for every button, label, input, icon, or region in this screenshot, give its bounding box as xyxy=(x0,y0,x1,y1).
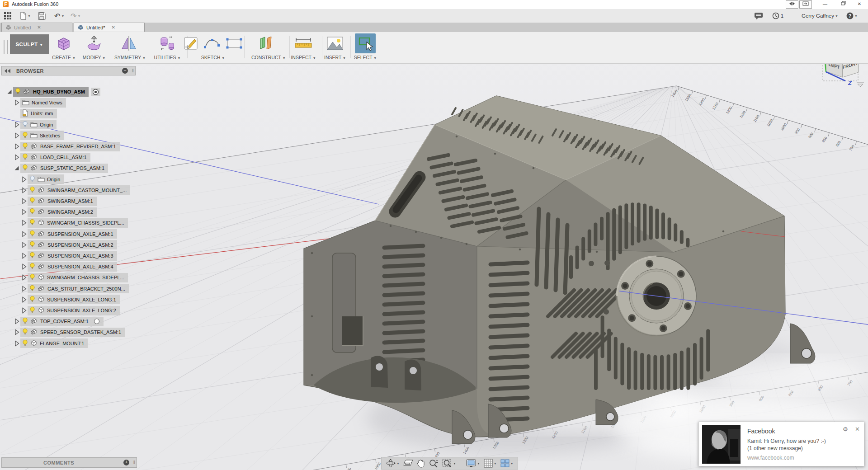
create-icon[interactable] xyxy=(55,34,73,52)
sketch-rect-icon[interactable] xyxy=(225,37,243,50)
browser-row[interactable]: SWINGARM_ASM:1 xyxy=(20,196,97,206)
remove-panel-icon[interactable]: − xyxy=(122,68,128,74)
zoom-icon[interactable] xyxy=(427,458,440,468)
comment-icon[interactable] xyxy=(754,11,763,21)
browser-row[interactable]: BASE_FRAME_REVISED_ASM:1 xyxy=(13,141,120,151)
visibility-bulb-off-icon[interactable] xyxy=(22,121,28,129)
browser-row[interactable]: SUSPENSION_AXLE_ASM:2 xyxy=(20,240,117,250)
browser-row[interactable]: Sketches xyxy=(13,131,64,141)
add-comment-icon[interactable]: + xyxy=(123,460,129,465)
collapse-panel-icon[interactable] xyxy=(5,69,12,73)
ribbon-group-label[interactable]: SELECT ▼ xyxy=(351,55,380,60)
display-settings-icon[interactable]: ▼ xyxy=(465,459,481,468)
browser-row[interactable]: SPEED_SENSOR_DASTEK_ASM:1 xyxy=(13,327,125,337)
grid-settings-icon[interactable]: ▼ xyxy=(482,458,498,468)
comments-panel[interactable]: COMMENTS + ‖ xyxy=(1,457,137,468)
gear-icon[interactable]: ⚙ xyxy=(843,426,848,432)
visibility-bulb-on-icon[interactable] xyxy=(22,339,28,348)
browser-item-label[interactable]: SUSP_STATIC_POS_ASM:1 xyxy=(40,165,104,171)
browser-row[interactable]: SUSPENSION_AXLE_ASM:4 xyxy=(20,262,117,272)
viewports-icon[interactable]: ▼ xyxy=(499,459,515,468)
ribbon-group-label[interactable]: MODIFY ▼ xyxy=(80,55,108,60)
sketch-spline-icon[interactable] xyxy=(203,37,222,50)
browser-row[interactable]: Origin xyxy=(20,174,64,184)
browser-row[interactable]: Units: mm xyxy=(13,108,57,118)
clock-icon[interactable]: 1 xyxy=(772,11,783,21)
modify-icon[interactable] xyxy=(85,34,103,52)
ribbon-group-label[interactable]: CREATE ▼ xyxy=(49,55,78,60)
document-tab[interactable]: Untitled*✕ xyxy=(74,23,145,32)
inspect-icon[interactable] xyxy=(293,34,313,52)
undo-icon[interactable]: ↶▼ xyxy=(54,11,64,21)
browser-item-label[interactable]: SWINGARM_CHASSIS_SIDEPL... xyxy=(47,220,124,226)
browser-item-label[interactable]: SWINGARM_ASM:1 xyxy=(47,198,93,204)
browser-item-label[interactable]: SUSPENSION_AXLE_LONG:1 xyxy=(47,297,116,302)
utilities-icon[interactable] xyxy=(158,34,176,52)
visibility-bulb-on-icon[interactable] xyxy=(29,306,35,315)
visibility-bulb-on-icon[interactable] xyxy=(15,88,21,96)
browser-item-label[interactable]: Named Views xyxy=(32,100,62,105)
visibility-bulb-on-icon[interactable] xyxy=(29,219,35,227)
ribbon-group-label[interactable]: INSPECT ▼ xyxy=(289,55,318,60)
activate-radio-icon[interactable] xyxy=(94,318,100,324)
insert-icon[interactable] xyxy=(326,36,344,51)
send-to-tray-button[interactable] xyxy=(799,0,812,9)
browser-row[interactable]: TOP_COVER_ASM:1 xyxy=(13,316,104,326)
browser-item-label[interactable]: SUSPENSION_AXLE_ASM:2 xyxy=(47,242,113,248)
browser-item-label[interactable]: SPEED_SENSOR_DASTEK_ASM:1 xyxy=(40,329,121,335)
browser-row[interactable]: SWINGARM_CHASSIS_SIDEPL... xyxy=(20,273,128,282)
help-icon[interactable]: ? ▼ xyxy=(846,11,858,21)
visibility-bulb-on-icon[interactable] xyxy=(29,186,35,194)
browser-item-label[interactable]: SUSPENSION_AXLE_ASM:1 xyxy=(47,231,113,237)
app-grid-icon[interactable] xyxy=(4,11,12,21)
orbit-icon[interactable]: ▼ xyxy=(384,458,401,468)
browser-row[interactable]: Named Views xyxy=(13,98,66,108)
visibility-bulb-on-icon[interactable] xyxy=(29,285,35,293)
browser-item-label[interactable]: FLANGE_MOUNT:1 xyxy=(40,341,84,346)
workspace-selector[interactable]: SCULPT ▼ xyxy=(10,34,49,54)
browser-item-label[interactable]: SWINGARM_CASTOR_MOUNT_... xyxy=(47,188,127,193)
visibility-bulb-on-icon[interactable] xyxy=(29,208,35,216)
activate-radio-icon[interactable] xyxy=(91,88,100,96)
browser-item-label[interactable]: LOAD_CELL_ASM:1 xyxy=(40,155,87,160)
browser-item-label[interactable]: Origin xyxy=(47,177,60,182)
sketch-create-icon[interactable] xyxy=(183,35,200,52)
visibility-bulb-on-icon[interactable] xyxy=(22,328,28,336)
browser-row[interactable]: SWINGARM_CHASSIS_SIDEPL... xyxy=(20,218,128,228)
browser-header[interactable]: BROWSER − ‖ xyxy=(1,66,136,75)
browser-item-label[interactable]: TOP_COVER_ASM:1 xyxy=(40,319,89,324)
close-icon[interactable]: ✕ xyxy=(112,25,115,30)
visibility-bulb-on-icon[interactable] xyxy=(29,230,35,238)
browser-row[interactable]: HQ_HUB_DYNO_ASM xyxy=(6,87,100,97)
browser-item-label[interactable]: SUSPENSION_AXLE_ASM:4 xyxy=(47,264,113,269)
visibility-bulb-on-icon[interactable] xyxy=(22,142,28,150)
browser-row[interactable]: SUSP_STATIC_POS_ASM:1 xyxy=(13,163,108,173)
ribbon-group-label[interactable]: SKETCH ▼ xyxy=(178,55,248,60)
ribbon-group-label[interactable]: INSERT ▼ xyxy=(321,55,349,60)
browser-row[interactable]: GAS_STRUT_BRACKET_2500N... xyxy=(20,284,129,294)
browser-row[interactable]: SUSPENSION_AXLE_LONG:2 xyxy=(20,306,120,315)
visibility-bulb-off-icon[interactable] xyxy=(29,175,35,183)
browser-row[interactable]: SWINGARM_CASTOR_MOUNT_... xyxy=(20,185,130,195)
dock-toggle-button[interactable] xyxy=(786,0,798,9)
restore-button[interactable] xyxy=(836,0,850,8)
save-icon[interactable] xyxy=(38,11,46,21)
visibility-bulb-on-icon[interactable] xyxy=(22,153,28,161)
document-tab[interactable]: Untitled✕ xyxy=(1,23,72,32)
symmetry-icon[interactable] xyxy=(120,34,138,52)
close-icon[interactable]: ✕ xyxy=(853,0,866,8)
browser-item-label[interactable]: Sketches xyxy=(40,133,60,138)
browser-row[interactable]: SWINGARM_ASM:2 xyxy=(20,207,97,217)
visibility-bulb-on-icon[interactable] xyxy=(29,241,35,249)
facebook-notification-popup[interactable]: Facebook Kamil: Hi Gerry, how are you? :… xyxy=(698,422,864,466)
browser-row[interactable]: SUSPENSION_AXLE_ASM:1 xyxy=(20,229,117,239)
browser-item-label[interactable]: SUSPENSION_AXLE_LONG:2 xyxy=(47,308,116,313)
fit-icon[interactable]: ▼ xyxy=(441,458,458,468)
minimize-button[interactable]: — xyxy=(818,0,832,8)
select-active-button[interactable] xyxy=(355,33,376,53)
look-at-icon[interactable] xyxy=(402,459,415,468)
browser-item-label[interactable]: BASE_FRAME_REVISED_ASM:1 xyxy=(40,144,116,149)
browser-row[interactable]: Origin xyxy=(13,120,57,130)
visibility-bulb-on-icon[interactable] xyxy=(29,252,35,260)
close-icon[interactable]: ✕ xyxy=(37,25,41,30)
